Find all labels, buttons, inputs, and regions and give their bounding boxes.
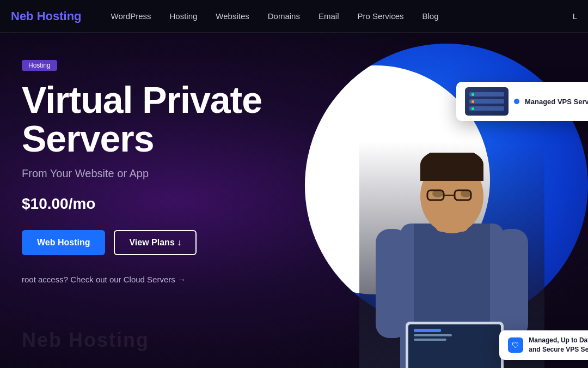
btn-view-plans[interactable]: View Plans ↓ (114, 230, 197, 255)
svg-rect-2 (376, 229, 408, 338)
hero-section: Hosting Virtual Private Servers From You… (0, 33, 588, 368)
svg-rect-7 (420, 165, 483, 181)
hero-price: $10.00/mo (22, 195, 305, 213)
nav-item-wordpress[interactable]: WordPress (103, 8, 159, 24)
nav-login[interactable]: L (573, 11, 577, 21)
svg-rect-3 (495, 229, 528, 338)
status-dot (514, 99, 519, 104)
hero-buttons: Web Hosting View Plans ↓ (22, 230, 305, 255)
svg-rect-15 (414, 329, 441, 332)
hero-title-line2: Servers (22, 118, 154, 159)
logo-highlight: Neb (11, 9, 34, 23)
nav-item-blog[interactable]: Blog (415, 8, 446, 24)
nav-item-hosting[interactable]: Hosting (162, 8, 205, 24)
nav-items: WordPress Hosting Websites Domains Email… (103, 8, 573, 24)
hero-content: Hosting Virtual Private Servers From You… (22, 60, 305, 284)
breadcrumb-badge: Hosting (22, 60, 57, 71)
shield-icon: 🛡 (508, 337, 523, 353)
site-logo[interactable]: Neb Hosting (11, 9, 82, 23)
btn-web-hosting[interactable]: Web Hosting (22, 230, 105, 255)
card-bottom-text: Managed, Up to Date, and Secure VPS Serv… (529, 336, 588, 354)
card-vps-server: Managed VPS Server (456, 82, 588, 121)
svg-rect-17 (414, 339, 446, 341)
hero-title: Virtual Private Servers (22, 81, 305, 159)
svg-rect-16 (414, 334, 452, 336)
hero-title-line1: Virtual Private (22, 79, 262, 120)
hero-visual: Managed VPS Server 🛡 Managed, Up to Date… (272, 33, 588, 368)
logo-text: Hosting (34, 9, 82, 23)
server-thumbnail (465, 87, 509, 116)
card-bottom-line1: Managed, Up to Date, (529, 336, 588, 345)
hero-subtitle: From Your Website or App (22, 167, 305, 180)
nav-item-domains[interactable]: Domains (260, 8, 308, 24)
card-managed-vps: 🛡 Managed, Up to Date, and Secure VPS Se… (499, 330, 588, 360)
hero-cloud-link[interactable]: root access? Check out our Cloud Servers… (22, 275, 305, 284)
card-vps-label: Managed VPS Server (525, 98, 588, 106)
nav-item-pro-services[interactable]: Pro Services (350, 8, 411, 24)
nav-item-email[interactable]: Email (311, 8, 347, 24)
nav-item-websites[interactable]: Websites (208, 8, 256, 24)
watermark-text: Neb Hosting (22, 329, 149, 352)
navigation: Neb Hosting WordPress Hosting Websites D… (0, 0, 588, 33)
card-bottom-line2: and Secure VPS Server (529, 345, 588, 354)
